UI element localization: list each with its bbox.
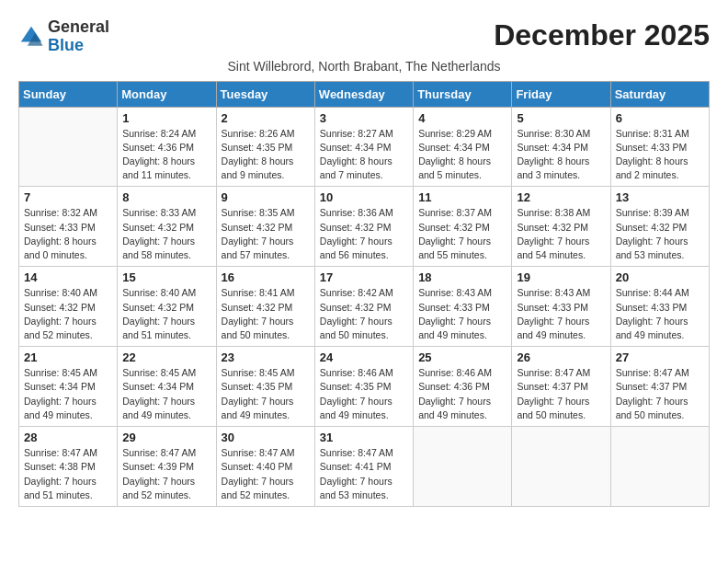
calendar-table: SundayMondayTuesdayWednesdayThursdayFrid… xyxy=(18,81,710,507)
calendar-day-cell: 8Sunrise: 8:33 AMSunset: 4:32 PMDaylight… xyxy=(118,187,216,267)
day-info: Sunrise: 8:45 AMSunset: 4:35 PMDaylight:… xyxy=(222,366,310,422)
day-number: 25 xyxy=(418,350,506,364)
day-number: 19 xyxy=(517,270,605,284)
weekday-header-monday: Monday xyxy=(118,81,216,107)
calendar-day-cell: 13Sunrise: 8:39 AMSunset: 4:32 PMDayligh… xyxy=(610,187,709,267)
day-number: 6 xyxy=(616,111,704,125)
day-info: Sunrise: 8:39 AMSunset: 4:32 PMDaylight:… xyxy=(616,206,704,262)
day-info: Sunrise: 8:45 AMSunset: 4:34 PMDaylight:… xyxy=(24,366,112,422)
title-block: December 2025 xyxy=(494,18,710,52)
calendar-day-cell: 28Sunrise: 8:47 AMSunset: 4:38 PMDayligh… xyxy=(19,427,118,507)
day-number: 5 xyxy=(517,111,605,125)
calendar-day-cell: 29Sunrise: 8:47 AMSunset: 4:39 PMDayligh… xyxy=(118,427,216,507)
day-number: 9 xyxy=(222,190,310,204)
day-number: 30 xyxy=(222,431,310,444)
weekday-header-saturday: Saturday xyxy=(610,81,709,107)
day-info: Sunrise: 8:47 AMSunset: 4:39 PMDaylight:… xyxy=(122,446,210,502)
day-info: Sunrise: 8:36 AMSunset: 4:32 PMDaylight:… xyxy=(320,206,408,262)
calendar-day-cell: 2Sunrise: 8:26 AMSunset: 4:35 PMDaylight… xyxy=(216,107,314,187)
calendar-week-row: 7Sunrise: 8:32 AMSunset: 4:33 PMDaylight… xyxy=(19,187,710,267)
calendar-week-row: 14Sunrise: 8:40 AMSunset: 4:32 PMDayligh… xyxy=(19,267,710,347)
calendar-day-cell: 18Sunrise: 8:43 AMSunset: 4:33 PMDayligh… xyxy=(414,267,512,347)
day-info: Sunrise: 8:41 AMSunset: 4:32 PMDaylight:… xyxy=(222,286,310,342)
calendar-week-row: 21Sunrise: 8:45 AMSunset: 4:34 PMDayligh… xyxy=(19,347,710,427)
calendar-day-cell xyxy=(19,107,118,187)
weekday-header-tuesday: Tuesday xyxy=(216,81,314,107)
calendar-day-cell: 25Sunrise: 8:46 AMSunset: 4:36 PMDayligh… xyxy=(414,347,512,427)
day-number: 21 xyxy=(24,350,112,364)
calendar-day-cell: 16Sunrise: 8:41 AMSunset: 4:32 PMDayligh… xyxy=(216,267,314,347)
day-info: Sunrise: 8:43 AMSunset: 4:33 PMDaylight:… xyxy=(418,286,506,342)
page-header: General Blue December 2025 xyxy=(18,18,710,55)
day-info: Sunrise: 8:47 AMSunset: 4:37 PMDaylight:… xyxy=(616,366,704,422)
calendar-day-cell: 19Sunrise: 8:43 AMSunset: 4:33 PMDayligh… xyxy=(512,267,610,347)
day-info: Sunrise: 8:31 AMSunset: 4:33 PMDaylight:… xyxy=(616,127,704,183)
calendar-day-cell xyxy=(610,427,709,507)
calendar-day-cell: 12Sunrise: 8:38 AMSunset: 4:32 PMDayligh… xyxy=(512,187,610,267)
logo-icon xyxy=(18,24,44,50)
day-number: 14 xyxy=(24,270,112,284)
location: Sint Willebrord, North Brabant, The Neth… xyxy=(18,59,710,74)
day-info: Sunrise: 8:42 AMSunset: 4:32 PMDaylight:… xyxy=(320,286,408,342)
day-number: 3 xyxy=(320,111,408,125)
day-info: Sunrise: 8:38 AMSunset: 4:32 PMDaylight:… xyxy=(517,206,605,262)
day-number: 29 xyxy=(122,431,210,444)
day-number: 8 xyxy=(122,190,210,204)
calendar-day-cell: 9Sunrise: 8:35 AMSunset: 4:32 PMDaylight… xyxy=(216,187,314,267)
weekday-header-sunday: Sunday xyxy=(19,81,118,107)
calendar-day-cell: 7Sunrise: 8:32 AMSunset: 4:33 PMDaylight… xyxy=(19,187,118,267)
day-info: Sunrise: 8:24 AMSunset: 4:36 PMDaylight:… xyxy=(122,127,210,183)
calendar-week-row: 28Sunrise: 8:47 AMSunset: 4:38 PMDayligh… xyxy=(19,427,710,507)
day-info: Sunrise: 8:40 AMSunset: 4:32 PMDaylight:… xyxy=(122,286,210,342)
calendar-day-cell xyxy=(414,427,512,507)
day-number: 7 xyxy=(24,190,112,204)
day-info: Sunrise: 8:40 AMSunset: 4:32 PMDaylight:… xyxy=(24,286,112,342)
day-number: 20 xyxy=(616,270,704,284)
calendar-day-cell: 22Sunrise: 8:45 AMSunset: 4:34 PMDayligh… xyxy=(118,347,216,427)
day-info: Sunrise: 8:47 AMSunset: 4:40 PMDaylight:… xyxy=(222,446,310,502)
weekday-header-wednesday: Wednesday xyxy=(314,81,413,107)
calendar-day-cell: 17Sunrise: 8:42 AMSunset: 4:32 PMDayligh… xyxy=(314,267,413,347)
day-info: Sunrise: 8:46 AMSunset: 4:36 PMDaylight:… xyxy=(418,366,506,422)
calendar-day-cell: 14Sunrise: 8:40 AMSunset: 4:32 PMDayligh… xyxy=(19,267,118,347)
day-number: 23 xyxy=(222,350,310,364)
day-info: Sunrise: 8:47 AMSunset: 4:41 PMDaylight:… xyxy=(320,446,408,502)
day-info: Sunrise: 8:33 AMSunset: 4:32 PMDaylight:… xyxy=(122,206,210,262)
day-info: Sunrise: 8:45 AMSunset: 4:34 PMDaylight:… xyxy=(122,366,210,422)
day-info: Sunrise: 8:32 AMSunset: 4:33 PMDaylight:… xyxy=(24,206,112,262)
calendar-day-cell xyxy=(512,427,610,507)
logo: General Blue xyxy=(18,18,109,55)
day-info: Sunrise: 8:26 AMSunset: 4:35 PMDaylight:… xyxy=(222,127,310,183)
day-number: 1 xyxy=(122,111,210,125)
calendar-day-cell: 10Sunrise: 8:36 AMSunset: 4:32 PMDayligh… xyxy=(314,187,413,267)
calendar-day-cell: 3Sunrise: 8:27 AMSunset: 4:34 PMDaylight… xyxy=(314,107,413,187)
day-number: 27 xyxy=(616,350,704,364)
day-info: Sunrise: 8:35 AMSunset: 4:32 PMDaylight:… xyxy=(222,206,310,262)
day-number: 2 xyxy=(222,111,310,125)
day-info: Sunrise: 8:43 AMSunset: 4:33 PMDaylight:… xyxy=(517,286,605,342)
day-number: 26 xyxy=(517,350,605,364)
calendar-day-cell: 31Sunrise: 8:47 AMSunset: 4:41 PMDayligh… xyxy=(314,427,413,507)
day-number: 31 xyxy=(320,431,408,444)
day-info: Sunrise: 8:30 AMSunset: 4:34 PMDaylight:… xyxy=(517,127,605,183)
calendar-day-cell: 27Sunrise: 8:47 AMSunset: 4:37 PMDayligh… xyxy=(610,347,709,427)
calendar-day-cell: 20Sunrise: 8:44 AMSunset: 4:33 PMDayligh… xyxy=(610,267,709,347)
calendar-day-cell: 23Sunrise: 8:45 AMSunset: 4:35 PMDayligh… xyxy=(216,347,314,427)
day-info: Sunrise: 8:46 AMSunset: 4:35 PMDaylight:… xyxy=(320,366,408,422)
day-number: 24 xyxy=(320,350,408,364)
calendar-day-cell: 6Sunrise: 8:31 AMSunset: 4:33 PMDaylight… xyxy=(610,107,709,187)
day-info: Sunrise: 8:44 AMSunset: 4:33 PMDaylight:… xyxy=(616,286,704,342)
calendar-day-cell: 30Sunrise: 8:47 AMSunset: 4:40 PMDayligh… xyxy=(216,427,314,507)
day-info: Sunrise: 8:37 AMSunset: 4:32 PMDaylight:… xyxy=(418,206,506,262)
day-number: 10 xyxy=(320,190,408,204)
day-info: Sunrise: 8:29 AMSunset: 4:34 PMDaylight:… xyxy=(418,127,506,183)
day-number: 15 xyxy=(122,270,210,284)
calendar-day-cell: 4Sunrise: 8:29 AMSunset: 4:34 PMDaylight… xyxy=(414,107,512,187)
day-number: 13 xyxy=(616,190,704,204)
calendar-day-cell: 11Sunrise: 8:37 AMSunset: 4:32 PMDayligh… xyxy=(414,187,512,267)
day-number: 22 xyxy=(122,350,210,364)
month-title: December 2025 xyxy=(494,18,710,52)
calendar-day-cell: 26Sunrise: 8:47 AMSunset: 4:37 PMDayligh… xyxy=(512,347,610,427)
calendar-day-cell: 24Sunrise: 8:46 AMSunset: 4:35 PMDayligh… xyxy=(314,347,413,427)
day-number: 4 xyxy=(418,111,506,125)
